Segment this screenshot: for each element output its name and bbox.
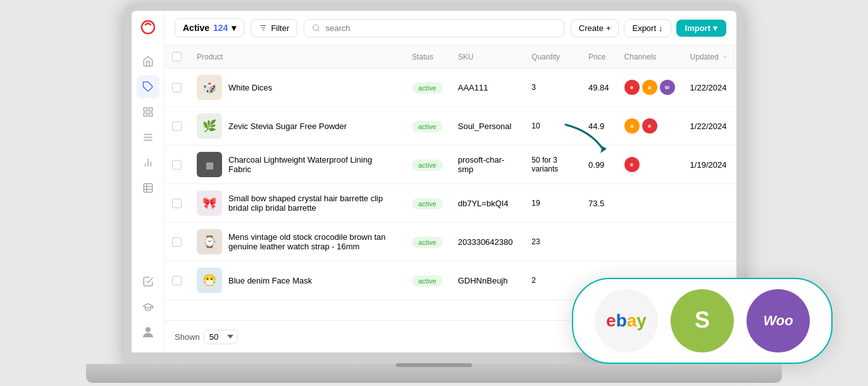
chevron-down-icon: ▾ xyxy=(232,23,236,33)
woo-channel-icon: w xyxy=(660,80,675,95)
price-cell: 0.99 xyxy=(581,146,617,184)
sku-cell: db7YL=bkQI4 xyxy=(450,184,524,223)
status-badge: active xyxy=(412,82,443,94)
woo-logo: Woo xyxy=(747,289,810,352)
svg-line-20 xyxy=(318,30,319,31)
col-status: Status xyxy=(404,46,450,68)
updated-cell: 1/22/2024 xyxy=(683,68,736,107)
col-quantity: Quantity xyxy=(524,46,581,68)
search-input[interactable] xyxy=(326,23,556,33)
table-row: 🌿 Zevic Stevia Sugar Free Powder active … xyxy=(164,107,736,146)
col-channels: Channels xyxy=(617,46,683,68)
sidebar-item-grid[interactable] xyxy=(137,101,159,123)
sidebar-item-orders[interactable] xyxy=(137,126,159,149)
row-checkbox-6[interactable] xyxy=(172,276,182,285)
sidebar-item-education[interactable] xyxy=(137,296,159,318)
sku-cell: Soul_Personal xyxy=(450,107,524,146)
row-checkbox-5[interactable] xyxy=(172,237,182,247)
sidebar xyxy=(132,11,164,352)
quantity-cell: 19 xyxy=(524,184,581,223)
sidebar-item-home[interactable] xyxy=(137,50,159,73)
svg-rect-2 xyxy=(149,108,152,111)
updated-sort-label: Updated xyxy=(690,53,719,61)
col-price: Price xyxy=(581,46,617,68)
export-label: Export xyxy=(632,23,656,33)
row-checkbox-4[interactable] xyxy=(172,199,182,208)
sidebar-item-tasks[interactable] xyxy=(137,270,159,293)
shown-select-group: Shown 50 25 100 xyxy=(175,330,238,344)
product-thumbnail: 🎀 xyxy=(197,190,222,216)
svg-rect-11 xyxy=(144,184,152,192)
shown-label: Shown xyxy=(175,332,200,342)
product-name: Mens vintage old stock crocodile brown t… xyxy=(228,232,397,251)
product-cell: 🎀 Small bow shaped crystal hair barrette… xyxy=(197,190,397,216)
status-filter-count: 124 xyxy=(213,23,228,33)
svg-text:▦: ▦ xyxy=(206,160,214,170)
product-name: Charcoal Lightweight Waterproof Lining F… xyxy=(228,155,397,174)
ebay-channel-icon: e xyxy=(642,118,657,134)
table-row: ⌚ Mens vintage old stock crocodile brown… xyxy=(164,223,736,261)
product-name: Blue denim Face Mask xyxy=(228,276,312,285)
chevron-down-icon: ▾ xyxy=(713,23,717,33)
channel-logos-panel: ebay S Woo xyxy=(572,278,833,364)
filter-button[interactable]: Filter xyxy=(251,19,297,37)
header-actions: Create + Export ↓ Import ▾ xyxy=(571,19,726,37)
status-badge: active xyxy=(412,198,443,209)
updated-cell: 1/22/2024 xyxy=(683,107,736,146)
ebay-channel-icon: e xyxy=(624,80,640,95)
sidebar-item-tags[interactable] xyxy=(137,75,159,98)
quantity-cell: 10 xyxy=(524,107,581,146)
export-button[interactable]: Export ↓ xyxy=(624,19,671,37)
sku-cell: prosoft-char-smp xyxy=(450,146,524,184)
search-icon xyxy=(312,23,320,32)
status-filter-dropdown[interactable]: Active 124 ▾ xyxy=(175,18,244,37)
col-updated[interactable]: Updated xyxy=(683,46,736,68)
shopify-logo: S xyxy=(671,289,734,352)
shopify-icon: S xyxy=(685,304,719,338)
filter-button-label: Filter xyxy=(271,23,289,33)
product-name: Small bow shaped crystal hair barrette c… xyxy=(228,194,397,213)
row-checkbox-2[interactable] xyxy=(172,121,182,131)
product-cell: 🌿 Zevic Stevia Sugar Free Powder xyxy=(197,113,397,139)
quantity-cell: 23 xyxy=(524,223,581,261)
quantity-cell: 50 for 3 variants xyxy=(524,146,581,184)
product-thumbnail: 😷 xyxy=(197,268,222,293)
sidebar-item-profile[interactable] xyxy=(137,321,159,344)
channel-icons: ae xyxy=(624,118,675,134)
quantity-cell: 3 xyxy=(524,68,581,107)
status-filter-label: Active xyxy=(183,23,209,33)
updated-cell: 1/19/2024 xyxy=(683,146,736,184)
product-name: Zevic Stevia Sugar Free Powder xyxy=(228,121,347,131)
rows-per-page-select[interactable]: 50 25 100 xyxy=(204,330,238,344)
product-thumbnail: 🌿 xyxy=(197,113,222,139)
channel-icons: e xyxy=(624,157,675,172)
svg-rect-4 xyxy=(149,113,152,116)
plus-icon: + xyxy=(606,23,611,33)
svg-point-19 xyxy=(313,25,319,30)
select-all-checkbox[interactable] xyxy=(172,52,182,61)
price-cell: 44.9 xyxy=(581,107,617,146)
quantity-cell: 2 xyxy=(524,261,581,300)
row-checkbox-3[interactable] xyxy=(172,160,182,170)
price-cell: 49.84 xyxy=(581,68,617,107)
table-row: 🎀 Small bow shaped crystal hair barrette… xyxy=(164,184,736,223)
woo-label: Woo xyxy=(763,313,793,329)
laptop-notch xyxy=(396,363,472,367)
create-button[interactable]: Create + xyxy=(571,19,619,37)
col-sku: SKU xyxy=(450,46,524,68)
laptop-base xyxy=(86,364,782,383)
import-button[interactable]: Import ▾ xyxy=(676,20,726,37)
status-badge: active xyxy=(412,121,443,132)
product-name: White Dices xyxy=(228,83,272,92)
product-cell: 😷 Blue denim Face Mask xyxy=(197,268,397,293)
status-badge: active xyxy=(412,159,443,171)
updated-cell xyxy=(683,223,736,261)
ebay-channel-icon: e xyxy=(624,157,640,172)
channel-icons: eaw xyxy=(624,80,675,95)
sidebar-item-reports[interactable] xyxy=(137,177,159,199)
sidebar-item-analytics[interactable] xyxy=(137,151,159,174)
svg-rect-3 xyxy=(144,113,147,116)
amazon-channel-icon: a xyxy=(624,118,640,134)
row-checkbox-1[interactable] xyxy=(172,83,182,92)
col-product: Product xyxy=(189,46,404,68)
